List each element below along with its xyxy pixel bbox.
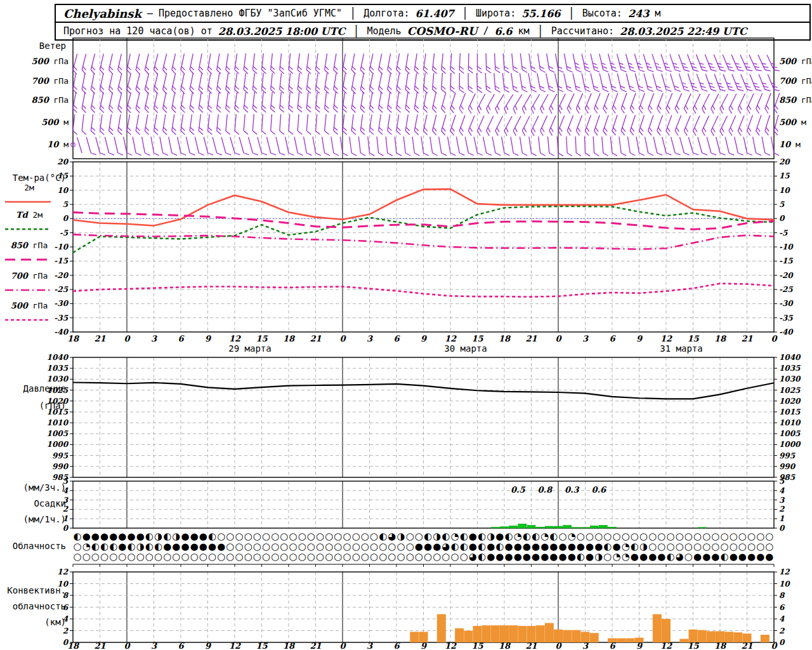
tick-label: 850 гПа [779, 95, 812, 105]
wind-level-row: 500 гПа500 гПа [32, 53, 812, 74]
tick-label: 6 [178, 334, 185, 343]
precip-bar [518, 524, 527, 528]
tick-label: ○ [109, 551, 117, 562]
convective-bar [491, 625, 500, 642]
tick-label: 31 марта [660, 343, 702, 354]
tick-label: 0 [779, 214, 785, 223]
tick-label: ○ [334, 551, 342, 562]
tick-label: ○ [460, 551, 468, 562]
precip-bar [590, 526, 598, 528]
legend-item: 500 гПа [5, 301, 51, 320]
tick-label: 12 [229, 334, 241, 343]
tick-label: ● [495, 551, 504, 562]
tick-label: ○ [603, 551, 612, 562]
tick-label: 10 м [779, 140, 801, 149]
tick-label: 1040 [47, 353, 69, 362]
tick-label: ○ [316, 551, 324, 562]
tick-label: 5 [63, 477, 69, 486]
tick-label: 21 [310, 641, 321, 650]
convective-bar [554, 630, 563, 642]
tick-label: 3 [582, 641, 589, 650]
tick-label: 20 [779, 157, 790, 166]
tick-label: 500 гПа [779, 56, 812, 66]
tick-label: ○ [226, 551, 234, 562]
tick-label: 3 [151, 641, 157, 650]
convective-bar [545, 623, 554, 642]
convective-bar [733, 632, 742, 642]
convective-bar [590, 633, 599, 642]
convective-bar [509, 625, 518, 642]
tick-label: ◐ [478, 551, 486, 562]
tick-label: ● [514, 551, 522, 562]
tick-label: 9 [636, 334, 643, 343]
meteogram-svg: -40-40-35-35-30-30-25-25-20-20-15-15-10-… [0, 0, 812, 650]
pressure-line [73, 383, 774, 399]
tick-label: 12 [660, 334, 672, 343]
tick-label: ○ [307, 551, 315, 562]
tick-label: ● [549, 551, 558, 562]
tick-label: 1035 [779, 364, 801, 373]
convective-bar [527, 626, 536, 642]
precip-bar [527, 526, 535, 528]
time-axis-labels: 1818212100336699121215151818212100336699… [67, 334, 778, 650]
tick-label: 1015 [779, 408, 801, 416]
tick-label: 6 [779, 603, 785, 612]
tick-label: 18 [67, 641, 80, 650]
tick-label: ○ [361, 551, 369, 562]
precip-bar [608, 527, 617, 528]
tick-label: -30 [54, 299, 69, 308]
tick-label: -10 [54, 242, 69, 251]
tick-label: 1010 [47, 418, 69, 427]
convective-bar [410, 632, 419, 642]
tick-label: 15 [687, 334, 699, 343]
convective-bar [724, 632, 733, 642]
precip-bars: 0.50.80.30.6 [491, 485, 706, 528]
tick-label: 4 [63, 614, 69, 623]
tick-label: 5 [63, 200, 69, 209]
tick-label: -30 [779, 299, 794, 308]
tick-label: 21 [741, 641, 752, 650]
tick-label: ○ [262, 551, 270, 562]
temperature-series: 2мTd 2м850 гПа700 гПа500 гПа [5, 183, 774, 320]
tick-label: 30 марта [444, 343, 487, 354]
tick-label: 21 [94, 641, 105, 650]
tick-label: -40 [779, 328, 794, 336]
tick-label: 2 [63, 627, 69, 635]
tick-label: 1000 [779, 440, 801, 449]
tick-label: 1025 [47, 386, 69, 395]
tick-label: ● [738, 551, 747, 562]
tick-label: ○ [199, 551, 207, 562]
tick-label: ◐ [577, 551, 585, 562]
tick-label: 850 гПа [11, 241, 48, 250]
tick-label: ● [756, 551, 764, 562]
tick-label: 1 [63, 514, 68, 523]
tick-label: 4 [779, 486, 785, 495]
convective-bar [662, 619, 671, 642]
tick-label: 0 [771, 334, 778, 343]
convective-bar [761, 635, 769, 642]
tick-label: ○ [172, 551, 180, 562]
tick-label: ◐ [721, 551, 729, 562]
tick-label: 12 [660, 641, 672, 650]
convective-bar [679, 639, 688, 642]
tick-label: 15 [471, 641, 483, 650]
tick-label: 3 [63, 496, 69, 505]
tick-label: ● [730, 551, 738, 562]
tick-label: 3 [582, 334, 589, 343]
tick-label: ○ [154, 551, 162, 562]
tick-label: 18 [499, 334, 511, 343]
tick-label: 21 [525, 641, 537, 650]
tick-label: -20 [779, 271, 794, 280]
tick-label: 1 [779, 514, 784, 523]
wind-level-row: 500 м500 м [41, 114, 806, 136]
tick-label: ○ [388, 551, 396, 562]
tick-label: ● [648, 551, 657, 562]
tick-label: 1005 [47, 429, 69, 438]
tick-label: 2 [779, 505, 785, 514]
tick-label: ◔ [622, 551, 630, 562]
tick-label: ○ [163, 551, 171, 562]
tick-label: 18 [499, 641, 511, 650]
tick-label: 15 [779, 171, 790, 180]
tick-label: ● [702, 551, 710, 562]
tick-label: 20 [57, 157, 69, 166]
